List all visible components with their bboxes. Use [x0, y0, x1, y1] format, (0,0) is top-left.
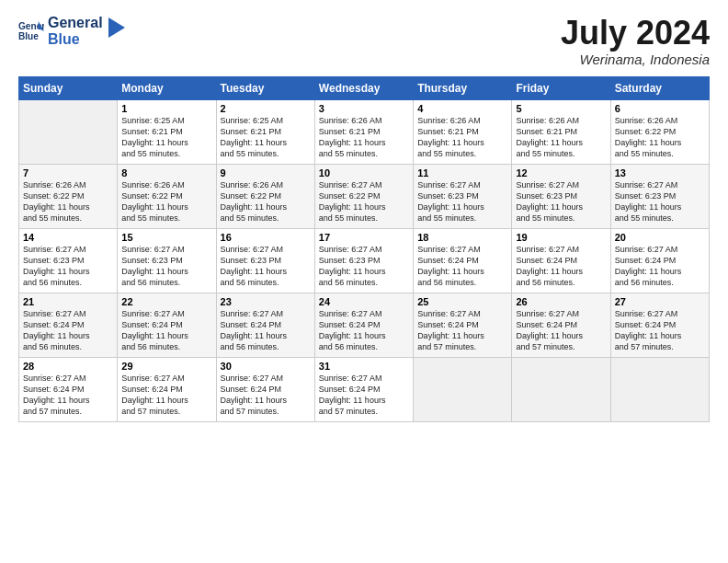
day-info: Sunrise: 6:27 AM Sunset: 6:22 PM Dayligh… [319, 179, 409, 224]
logo-arrow-icon [108, 17, 125, 38]
day-number: 11 [417, 167, 507, 178]
day-cell: 21Sunrise: 6:27 AM Sunset: 6:24 PM Dayli… [19, 293, 118, 357]
col-tuesday: Tuesday [216, 76, 314, 99]
day-number: 4 [417, 103, 507, 114]
day-number: 7 [23, 167, 113, 178]
day-cell: 3Sunrise: 6:26 AM Sunset: 6:21 PM Daylig… [314, 99, 413, 164]
day-cell: 23Sunrise: 6:27 AM Sunset: 6:24 PM Dayli… [216, 293, 314, 357]
day-number: 15 [121, 232, 211, 243]
day-info: Sunrise: 6:27 AM Sunset: 6:24 PM Dayligh… [23, 308, 113, 353]
day-number: 13 [615, 167, 705, 178]
day-info: Sunrise: 6:27 AM Sunset: 6:24 PM Dayligh… [417, 244, 507, 289]
day-number: 25 [417, 296, 507, 307]
day-cell: 17Sunrise: 6:27 AM Sunset: 6:23 PM Dayli… [314, 228, 413, 293]
day-cell: 20Sunrise: 6:27 AM Sunset: 6:24 PM Dayli… [610, 228, 709, 293]
day-number: 22 [121, 296, 211, 307]
day-cell: 27Sunrise: 6:27 AM Sunset: 6:24 PM Dayli… [610, 293, 709, 357]
header: General Blue General Blue July 2024 Weri… [18, 15, 710, 67]
day-cell: 10Sunrise: 6:27 AM Sunset: 6:22 PM Dayli… [314, 164, 413, 228]
day-cell [19, 99, 118, 164]
calendar-page: General Blue General Blue July 2024 Weri… [0, 0, 728, 563]
day-number: 1 [121, 103, 211, 114]
day-cell [414, 357, 512, 421]
day-number: 23 [221, 296, 311, 307]
day-cell: 6Sunrise: 6:26 AM Sunset: 6:22 PM Daylig… [610, 99, 709, 164]
week-row-1: 1Sunrise: 6:25 AM Sunset: 6:21 PM Daylig… [19, 99, 710, 164]
day-number: 18 [417, 232, 507, 243]
day-number: 9 [221, 167, 311, 178]
day-number: 5 [516, 103, 606, 114]
day-info: Sunrise: 6:27 AM Sunset: 6:24 PM Dayligh… [319, 373, 409, 418]
day-info: Sunrise: 6:27 AM Sunset: 6:23 PM Dayligh… [516, 179, 606, 224]
day-cell: 1Sunrise: 6:25 AM Sunset: 6:21 PM Daylig… [118, 99, 216, 164]
title-block: July 2024 Werinama, Indonesia [561, 15, 710, 67]
day-number: 19 [516, 232, 606, 243]
day-cell: 30Sunrise: 6:27 AM Sunset: 6:24 PM Dayli… [216, 357, 314, 421]
day-info: Sunrise: 6:27 AM Sunset: 6:23 PM Dayligh… [319, 244, 409, 289]
day-number: 20 [615, 232, 705, 243]
col-saturday: Saturday [610, 76, 709, 99]
day-info: Sunrise: 6:27 AM Sunset: 6:23 PM Dayligh… [615, 179, 705, 224]
day-info: Sunrise: 6:27 AM Sunset: 6:24 PM Dayligh… [319, 308, 409, 353]
day-cell: 2Sunrise: 6:25 AM Sunset: 6:21 PM Daylig… [216, 99, 314, 164]
day-cell: 24Sunrise: 6:27 AM Sunset: 6:24 PM Dayli… [314, 293, 413, 357]
day-number: 31 [319, 361, 409, 372]
day-info: Sunrise: 6:27 AM Sunset: 6:23 PM Dayligh… [417, 179, 507, 224]
day-cell: 4Sunrise: 6:26 AM Sunset: 6:21 PM Daylig… [414, 99, 512, 164]
day-number: 14 [23, 232, 113, 243]
day-cell: 31Sunrise: 6:27 AM Sunset: 6:24 PM Dayli… [314, 357, 413, 421]
week-row-2: 7Sunrise: 6:26 AM Sunset: 6:22 PM Daylig… [19, 164, 710, 228]
day-info: Sunrise: 6:25 AM Sunset: 6:21 PM Dayligh… [121, 115, 211, 160]
logo: General Blue General Blue [18, 15, 125, 47]
day-info: Sunrise: 6:27 AM Sunset: 6:24 PM Dayligh… [121, 373, 211, 418]
day-cell: 28Sunrise: 6:27 AM Sunset: 6:24 PM Dayli… [19, 357, 118, 421]
day-number: 28 [23, 361, 113, 372]
day-info: Sunrise: 6:27 AM Sunset: 6:23 PM Dayligh… [23, 244, 113, 289]
day-cell: 25Sunrise: 6:27 AM Sunset: 6:24 PM Dayli… [414, 293, 512, 357]
col-wednesday: Wednesday [314, 76, 413, 99]
day-number: 8 [121, 167, 211, 178]
day-info: Sunrise: 6:27 AM Sunset: 6:23 PM Dayligh… [221, 244, 311, 289]
day-cell: 5Sunrise: 6:26 AM Sunset: 6:21 PM Daylig… [512, 99, 610, 164]
logo-line1: General [48, 15, 103, 31]
day-number: 3 [319, 103, 409, 114]
week-row-4: 21Sunrise: 6:27 AM Sunset: 6:24 PM Dayli… [19, 293, 710, 357]
svg-marker-3 [108, 17, 125, 38]
month-year-title: July 2024 [561, 15, 710, 52]
day-info: Sunrise: 6:27 AM Sunset: 6:23 PM Dayligh… [121, 244, 211, 289]
day-info: Sunrise: 6:26 AM Sunset: 6:22 PM Dayligh… [121, 179, 211, 224]
day-cell [512, 357, 610, 421]
svg-text:Blue: Blue [18, 31, 39, 41]
day-cell: 18Sunrise: 6:27 AM Sunset: 6:24 PM Dayli… [414, 228, 512, 293]
day-cell: 22Sunrise: 6:27 AM Sunset: 6:24 PM Dayli… [118, 293, 216, 357]
day-cell: 16Sunrise: 6:27 AM Sunset: 6:23 PM Dayli… [216, 228, 314, 293]
day-info: Sunrise: 6:27 AM Sunset: 6:24 PM Dayligh… [615, 308, 705, 353]
day-number: 24 [319, 296, 409, 307]
day-cell: 11Sunrise: 6:27 AM Sunset: 6:23 PM Dayli… [414, 164, 512, 228]
day-cell: 8Sunrise: 6:26 AM Sunset: 6:22 PM Daylig… [118, 164, 216, 228]
day-info: Sunrise: 6:27 AM Sunset: 6:24 PM Dayligh… [516, 308, 606, 353]
day-info: Sunrise: 6:26 AM Sunset: 6:21 PM Dayligh… [516, 115, 606, 160]
day-number: 17 [319, 232, 409, 243]
day-cell: 19Sunrise: 6:27 AM Sunset: 6:24 PM Dayli… [512, 228, 610, 293]
day-info: Sunrise: 6:26 AM Sunset: 6:21 PM Dayligh… [319, 115, 409, 160]
day-info: Sunrise: 6:27 AM Sunset: 6:24 PM Dayligh… [417, 308, 507, 353]
day-cell: 14Sunrise: 6:27 AM Sunset: 6:23 PM Dayli… [19, 228, 118, 293]
day-cell: 12Sunrise: 6:27 AM Sunset: 6:23 PM Dayli… [512, 164, 610, 228]
calendar-table: Sunday Monday Tuesday Wednesday Thursday… [18, 76, 710, 422]
day-info: Sunrise: 6:27 AM Sunset: 6:24 PM Dayligh… [516, 244, 606, 289]
day-cell: 15Sunrise: 6:27 AM Sunset: 6:23 PM Dayli… [118, 228, 216, 293]
day-number: 21 [23, 296, 113, 307]
day-cell: 7Sunrise: 6:26 AM Sunset: 6:22 PM Daylig… [19, 164, 118, 228]
day-cell: 29Sunrise: 6:27 AM Sunset: 6:24 PM Dayli… [118, 357, 216, 421]
day-info: Sunrise: 6:26 AM Sunset: 6:22 PM Dayligh… [221, 179, 311, 224]
day-cell [610, 357, 709, 421]
day-cell: 26Sunrise: 6:27 AM Sunset: 6:24 PM Dayli… [512, 293, 610, 357]
header-row: Sunday Monday Tuesday Wednesday Thursday… [19, 76, 710, 99]
day-number: 26 [516, 296, 606, 307]
day-info: Sunrise: 6:27 AM Sunset: 6:24 PM Dayligh… [221, 373, 311, 418]
day-number: 2 [221, 103, 311, 114]
day-number: 6 [615, 103, 705, 114]
day-cell: 9Sunrise: 6:26 AM Sunset: 6:22 PM Daylig… [216, 164, 314, 228]
logo-icon: General Blue [18, 18, 44, 44]
